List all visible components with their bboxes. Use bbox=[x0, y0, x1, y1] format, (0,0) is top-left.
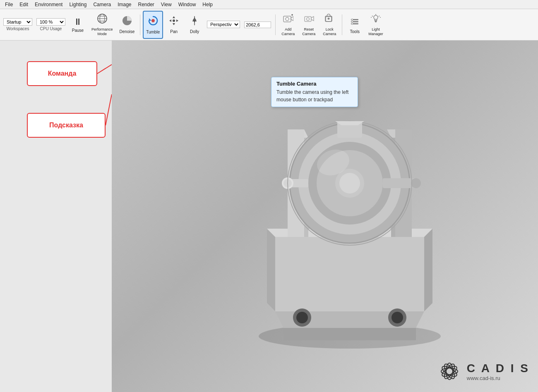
svg-point-23 bbox=[307, 17, 310, 20]
pause-label: Pause bbox=[72, 28, 84, 33]
pulley-svg bbox=[226, 72, 474, 361]
svg-point-33 bbox=[351, 23, 353, 24]
add-camera-button[interactable]: AddCamera bbox=[278, 11, 298, 39]
perspective-group[interactable]: Perspective bbox=[205, 11, 242, 39]
svg-marker-51 bbox=[275, 237, 424, 311]
tooltip-title: Tumble Camera bbox=[276, 81, 353, 87]
podskazka-box: Подсказка bbox=[27, 113, 106, 138]
tools-button[interactable]: Tools bbox=[345, 11, 365, 39]
svg-marker-11 bbox=[169, 19, 171, 22]
svg-point-75 bbox=[391, 312, 403, 323]
svg-rect-17 bbox=[283, 16, 291, 22]
annotation-arrows bbox=[0, 41, 112, 392]
menu-camera[interactable]: Camera bbox=[90, 1, 114, 8]
svg-point-73 bbox=[296, 312, 308, 323]
svg-point-32 bbox=[351, 21, 353, 22]
tumble-icon bbox=[147, 15, 159, 29]
svg-rect-35 bbox=[375, 21, 377, 22]
svg-rect-8 bbox=[151, 20, 155, 22]
left-panel: Команда Подсказка bbox=[0, 41, 112, 392]
svg-point-65 bbox=[339, 173, 360, 194]
reset-camera-button[interactable]: ResetCamera bbox=[299, 11, 319, 39]
denoise-label: Denoise bbox=[120, 29, 135, 34]
lock-camera-button[interactable]: LockCamera bbox=[319, 11, 339, 39]
svg-marker-46 bbox=[283, 328, 416, 340]
camera-coord-input[interactable] bbox=[244, 22, 271, 28]
cadis-icon bbox=[437, 359, 462, 384]
tooltip-text: Tumble the camera using the left mouse b… bbox=[276, 88, 353, 103]
lock-camera-icon bbox=[324, 13, 335, 26]
3d-scene bbox=[195, 74, 505, 359]
add-camera-icon bbox=[283, 13, 293, 26]
pan-label: Pan bbox=[170, 29, 178, 34]
svg-point-18 bbox=[286, 17, 289, 21]
komanda-box: Команда bbox=[27, 61, 97, 86]
svg-point-13 bbox=[173, 19, 175, 22]
pause-icon: ⏸ bbox=[73, 17, 82, 27]
svg-marker-6 bbox=[149, 18, 151, 21]
svg-rect-36 bbox=[375, 22, 377, 22]
dolly-label: Dolly bbox=[190, 29, 199, 34]
cadis-name: C A D I S bbox=[467, 362, 530, 375]
menu-window[interactable]: Window bbox=[175, 1, 199, 8]
menu-file[interactable]: File bbox=[2, 1, 16, 8]
tumble-label: Tumble bbox=[146, 30, 160, 35]
tools-icon bbox=[349, 15, 360, 29]
svg-line-43 bbox=[106, 94, 112, 125]
camera-coord-group bbox=[243, 11, 273, 39]
reset-camera-label: ResetCamera bbox=[302, 27, 315, 36]
menu-help[interactable]: Help bbox=[199, 1, 216, 8]
dolly-button[interactable]: Dolly bbox=[185, 11, 204, 39]
svg-line-39 bbox=[379, 16, 379, 17]
komanda-label: Команда bbox=[48, 70, 77, 77]
toolbar: Startup Workspaces 100 % CPU Usage ⏸ Pau… bbox=[0, 9, 538, 41]
cpu-select[interactable]: 100 % bbox=[36, 18, 65, 26]
denoise-icon bbox=[122, 15, 132, 29]
menu-edit[interactable]: Edit bbox=[16, 1, 31, 8]
add-camera-label: AddCamera bbox=[281, 27, 295, 36]
svg-marker-12 bbox=[176, 19, 178, 22]
performance-mode-button[interactable]: PerformanceMode bbox=[89, 11, 116, 39]
lock-camera-label: LockCamera bbox=[323, 27, 336, 36]
svg-marker-10 bbox=[173, 23, 175, 25]
svg-marker-48 bbox=[267, 229, 275, 311]
tools-label: Tools bbox=[350, 29, 360, 34]
svg-marker-49 bbox=[424, 229, 432, 311]
cpu-label: CPU Usage bbox=[40, 26, 62, 31]
svg-marker-24 bbox=[311, 17, 314, 21]
separator-2 bbox=[275, 14, 276, 35]
light-manager-label: LightManager bbox=[368, 27, 383, 36]
workspaces-select[interactable]: Startup bbox=[3, 18, 32, 26]
menu-view[interactable]: View bbox=[158, 1, 175, 8]
menu-lighting[interactable]: Lighting bbox=[66, 1, 90, 8]
pan-button[interactable]: Pan bbox=[164, 11, 184, 39]
svg-line-42 bbox=[97, 65, 112, 74]
menu-environment[interactable]: Environment bbox=[31, 1, 66, 8]
light-manager-button[interactable]: LightManager bbox=[365, 11, 386, 39]
cpu-usage-dropdown[interactable]: 100 % CPU Usage bbox=[35, 11, 67, 39]
workspaces-dropdown[interactable]: Startup Workspaces bbox=[2, 11, 34, 39]
svg-marker-19 bbox=[291, 17, 293, 21]
svg-point-31 bbox=[351, 19, 353, 20]
pan-icon bbox=[168, 15, 179, 29]
viewport[interactable]: Tumble Camera Tumble the camera using th… bbox=[112, 41, 538, 392]
light-manager-icon bbox=[370, 13, 381, 26]
pause-button[interactable]: ⏸ Pause bbox=[68, 11, 88, 39]
svg-point-67 bbox=[411, 178, 421, 188]
dolly-icon bbox=[189, 15, 200, 29]
svg-marker-9 bbox=[173, 16, 175, 18]
denoise-button[interactable]: Denoise bbox=[117, 11, 138, 39]
performance-mode-icon bbox=[97, 13, 108, 26]
separator-3 bbox=[342, 14, 342, 35]
cadis-text: C A D I S www.cad-is.ru bbox=[467, 362, 530, 381]
performance-mode-label: PerformanceMode bbox=[91, 27, 113, 36]
perspective-select[interactable]: Perspective bbox=[207, 21, 240, 28]
svg-line-38 bbox=[372, 16, 373, 17]
separator-1 bbox=[140, 14, 140, 35]
svg-point-26 bbox=[328, 17, 330, 19]
menu-image[interactable]: Image bbox=[114, 1, 134, 8]
cadis-url: www.cad-is.ru bbox=[467, 375, 500, 381]
svg-point-34 bbox=[374, 15, 378, 19]
tumble-button[interactable]: Tumble bbox=[143, 11, 163, 39]
menu-render[interactable]: Render bbox=[135, 1, 158, 8]
